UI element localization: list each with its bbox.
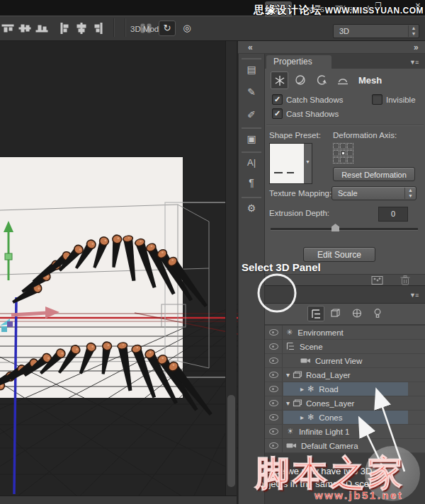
group-icon — [293, 369, 302, 382]
tool-presets-panel-icon[interactable]: ⚙ — [238, 200, 265, 217]
workspace-selector[interactable]: 3D ▲▼ — [333, 24, 419, 38]
3d-rotate-tool-button[interactable]: ↻ — [159, 21, 176, 36]
canvas-vertical-scrollbar[interactable] — [225, 41, 237, 496]
row-label: Default Camera — [301, 442, 358, 450]
deform-properties-icon[interactable] — [313, 71, 331, 89]
edit-source-button[interactable]: Edit Source — [303, 247, 375, 262]
distribute-hcenter-icon[interactable] — [75, 23, 91, 35]
row-label: Cones_Layer — [306, 399, 354, 408]
3d-row-road-layer[interactable]: ▾ Road_Layer — [265, 368, 425, 382]
row-label: Cones — [319, 413, 342, 422]
tab-properties[interactable]: Properties — [266, 55, 332, 69]
row-label: Road_Layer — [306, 371, 351, 379]
cast-shadows-label: Cast Shadows — [286, 110, 339, 118]
distribute-left-icon[interactable] — [58, 23, 74, 35]
3d-row-cones[interactable]: ▸ ✻ Cones — [265, 411, 425, 425]
filter-meshes-icon[interactable] — [327, 306, 344, 321]
3d-row-cones-layer[interactable]: ▾ Cones_Layer — [265, 396, 425, 411]
mesh-icon: ✻ — [307, 413, 314, 422]
3d-panel-tabs-bar — [265, 287, 425, 304]
distribute-right-icon[interactable] — [92, 23, 108, 35]
brush-presets-panel-icon[interactable]: ✎ — [238, 84, 265, 101]
brush-panel-icon[interactable]: ✐ — [238, 106, 265, 123]
distribute-bottom-icon[interactable] — [35, 23, 51, 35]
invisible-checkbox[interactable] — [372, 94, 382, 105]
options-separator — [113, 18, 115, 37]
filter-materials-icon[interactable] — [348, 306, 366, 321]
missyuan-watermark-cn: 思缘设计论坛 — [254, 4, 322, 16]
paragraph-panel-icon[interactable]: ¶ — [238, 174, 265, 191]
shape-preset-thumbnail[interactable] — [269, 143, 305, 184]
3d-row-scene[interactable]: Scene — [265, 340, 425, 354]
canvas-horizontal-scrollbar[interactable] — [0, 496, 237, 504]
filter-lights-icon[interactable] — [369, 306, 386, 321]
workspace-value: 3D — [334, 27, 408, 35]
3d-row-road[interactable]: ▸ ✻ Road — [265, 382, 425, 396]
deformation-axis-widget[interactable] — [333, 143, 353, 164]
extrusion-depth-label: Extrusion Depth: — [269, 209, 329, 217]
visibility-eye-icon[interactable] — [265, 411, 283, 424]
distribute-vcenter-icon[interactable] — [18, 23, 34, 35]
jb51-watermark-url: www.jb51.net — [314, 489, 403, 501]
document-canvas[interactable] — [0, 41, 238, 504]
3d-row-environment[interactable]: ✳ Environment — [265, 326, 425, 340]
visibility-eye-icon[interactable] — [265, 382, 283, 396]
divider — [266, 125, 424, 126]
actions-panel-icon[interactable]: ▤ — [238, 61, 265, 78]
environment-icon: ✳ — [286, 328, 293, 337]
texture-mapping-value: Scale — [332, 189, 404, 197]
collapse-panels-icon[interactable]: « — [248, 42, 253, 53]
visibility-eye-icon[interactable] — [265, 354, 283, 367]
select-3d-panel-annotation: Select 3D Panel — [242, 261, 321, 273]
light-icon: ☀ — [287, 427, 294, 436]
visibility-eye-icon[interactable] — [265, 326, 283, 339]
visibility-eye-icon[interactable] — [265, 368, 283, 382]
row-label: Road — [319, 385, 339, 394]
missyuan-watermark: 思缘设计论坛 WWW.MISSYUAN.COM — [254, 4, 424, 17]
scene-icon — [286, 340, 295, 353]
scrollbar-thumb[interactable] — [227, 395, 235, 487]
materials-properties-icon[interactable] — [292, 71, 310, 89]
reset-deformation-button[interactable]: Reset Deformation — [333, 167, 415, 181]
strip-group-label — [242, 151, 261, 153]
expander-closed-icon[interactable]: ▸ — [300, 413, 304, 421]
shape-preset-dropdown-arrow-icon[interactable]: ▼ — [304, 143, 312, 184]
texture-mapping-dropdown[interactable]: Scale ▲▼ — [332, 186, 416, 200]
expander-open-icon[interactable]: ▾ — [286, 399, 290, 407]
workspace-stepper-icon[interactable]: ▲▼ — [408, 25, 419, 37]
expander-closed-icon[interactable]: ▸ — [300, 385, 304, 393]
expander-open-icon[interactable]: ▾ — [286, 371, 290, 379]
clone-source-panel-icon[interactable]: ▣ — [238, 130, 265, 147]
invisible-label: Invisible — [386, 96, 416, 104]
strip-group-label — [242, 197, 261, 198]
visibility-eye-icon[interactable] — [265, 396, 283, 410]
extrusion-depth-slider[interactable] — [271, 228, 418, 231]
dropdown-stepper-icon: ▲▼ — [404, 188, 416, 199]
row-label: Infinite Light 1 — [299, 428, 350, 436]
dock-header — [238, 41, 425, 54]
catch-shadows-checkbox[interactable]: ✓ — [272, 94, 283, 105]
3d-row-infinite-light[interactable]: ☀ Infinite Light 1 — [265, 425, 425, 439]
filter-whole-scene-icon[interactable] — [307, 306, 324, 321]
visibility-eye-icon[interactable] — [265, 425, 283, 438]
camera-icon — [300, 355, 311, 367]
texture-mapping-label: Texture Mapping: — [269, 189, 332, 197]
character-panel-icon[interactable]: A| — [238, 154, 265, 171]
options-separator — [125, 18, 126, 37]
properties-panel-menu-icon[interactable]: ▼≡ — [409, 58, 422, 67]
mesh-icon: ✻ — [307, 384, 314, 394]
cast-shadows-checkbox[interactable]: ✓ — [272, 108, 283, 119]
cap-properties-icon[interactable] — [334, 71, 352, 89]
photoshop-window: – ❐ ✕ 思缘设计论坛 WWW.MISSYUAN.COM 3D Mode: ↻… — [0, 0, 425, 504]
extrusion-depth-value[interactable]: 0 — [378, 207, 408, 222]
3d-filter-bar — [265, 304, 425, 325]
3d-panel-menu-icon[interactable]: ▼≡ — [409, 291, 422, 299]
distribute-top-icon[interactable] — [1, 23, 17, 35]
visibility-eye-icon[interactable] — [265, 340, 283, 353]
catch-shadows-label: Catch Shadows — [286, 96, 344, 104]
3d-row-current-view[interactable]: Current View — [265, 354, 425, 368]
expand-panels-icon[interactable]: » — [414, 42, 419, 53]
group-icon — [293, 397, 302, 410]
3d-orbit-tool-button[interactable]: ◎ — [178, 21, 196, 36]
mesh-properties-icon[interactable] — [271, 71, 288, 89]
